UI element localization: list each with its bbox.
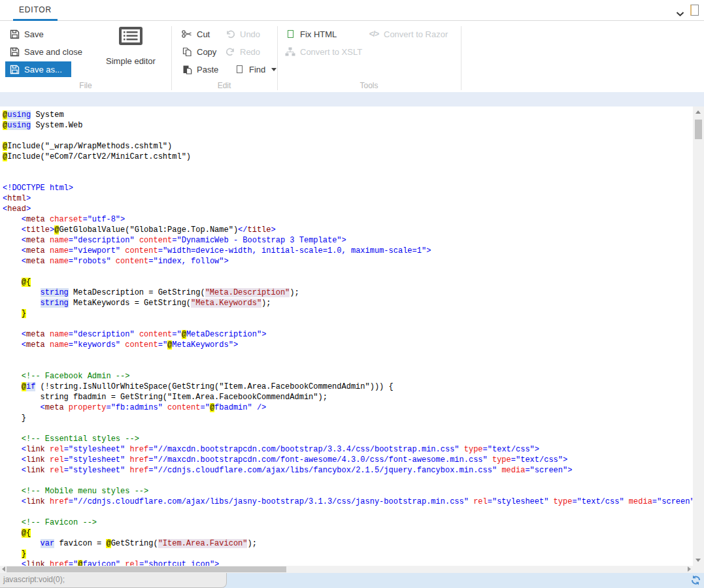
code-line: string MetaDescription = GetString("Meta… [3,287,693,298]
cut-label: Cut [197,29,210,39]
find-button[interactable]: Find [230,61,280,77]
copy-button[interactable]: Copy [178,44,220,59]
convert-to-xslt-label: Convert to XSLT [300,47,362,57]
code-line: <meta name="robots" content="index, foll… [3,256,693,267]
floppy-icon [9,29,20,39]
redo-icon [225,47,235,56]
floppy-icon [9,47,20,57]
tab-editor[interactable]: EDITOR [13,0,58,21]
vertical-scrollbar[interactable] [693,106,704,566]
code-line: <link href="//cdnjs.cloudflare.com/ajax/… [3,497,693,507]
paste-icon [182,65,192,74]
code-line: <meta property="fb:admins" content="@fba… [3,402,693,413]
code-line: <meta name="viewport" content="width=dev… [3,246,693,256]
convert-to-razor-label: Convert to Razor [384,29,448,39]
code-line: <meta name="keywords" content="@MetaKeyw… [3,340,693,350]
scroll-up-arrow[interactable] [696,110,701,114]
code-line: @{ [3,277,693,287]
group-label-file: File [0,81,171,90]
code-line [3,162,693,172]
copy-label: Copy [197,47,216,57]
status-hint: javascript:void(0); [0,573,227,588]
copy-icon [182,47,192,57]
code-line [3,131,693,141]
code-line: var favicon = @GetString("Item.Area.Favi… [3,538,693,549]
tab-bar: EDITOR [0,0,704,21]
undo-label: Undo [240,29,260,39]
code-editor-area[interactable]: @using System@using System.Web@Include("… [0,106,693,566]
code-line: <!DOCTYPE html> [3,183,693,193]
code-line: <!-- Favicon --> [3,517,693,528]
code-line [3,423,693,434]
save-as-label: Save as... [24,65,62,74]
code-line: @Include("eCom7/CartV2/MiniCart.cshtml") [3,152,693,162]
code-line: <!-- Facebook Admin --> [3,371,693,382]
scrollbar-corner [693,566,704,573]
fix-html-label: Fix HTML [300,29,337,39]
code-line: <title>@GetGlobalValue("Global:Page.Top.… [3,225,693,235]
code-line [3,476,693,486]
scroll-left-arrow[interactable] [2,566,5,572]
undo-icon [225,29,235,39]
scroll-right-arrow[interactable] [688,566,691,572]
code-line: @if (!string.IsNullOrWhiteSpace(GetStrin… [3,382,693,392]
redo-label: Redo [240,47,260,57]
save-and-close-label: Save and close [24,47,82,57]
code-brackets-icon: </> [369,29,379,39]
code-line: <meta name="description" content="Dynami… [3,235,693,246]
convert-to-razor-button: </> Convert to Razor [365,26,452,42]
floppy-icon [9,65,20,74]
paste-button[interactable]: Paste [178,61,222,77]
code-line: @using System.Web [3,120,693,131]
redo-button: Redo [221,44,264,59]
code-line: <meta charset="utf-8"> [3,214,693,225]
code-line [3,361,693,371]
save-and-close-button[interactable]: Save and close [5,44,86,59]
chevron-down-icon[interactable] [676,8,684,20]
horizontal-scrollbar-thumb[interactable] [7,566,286,572]
convert-to-xslt-button: Convert to XSLT [281,44,366,59]
group-label-edit: Edit [171,81,277,90]
ribbon-toolbar: Save Save and close Save as... Simple ed… [0,21,704,92]
fix-html-button[interactable]: Fix HTML [281,26,341,42]
sitemap-icon [285,47,295,56]
dropdown-caret-icon [271,68,277,71]
code-line: string fbadmin = GetString("Item.Area.Fa… [3,392,693,402]
scissors-icon [182,29,192,39]
code-line: @using System [3,110,693,120]
find-label: Find [249,65,265,74]
code-line: <!-- Mobile menu styles --> [3,486,693,497]
code-line: <head> [3,204,693,214]
simple-editor-label: Simple editor [106,56,156,66]
code-line: } [3,549,693,559]
cut-button[interactable]: Cut [178,26,214,42]
code-content[interactable]: @using System@using System.Web@Include("… [0,106,693,566]
vertical-scrollbar-thumb[interactable] [695,120,702,139]
refresh-icon[interactable] [690,575,701,588]
simple-editor-button[interactable]: Simple editor [98,26,163,85]
code-line: @{ [3,528,693,538]
code-line: <link rel="stylesheet" href="//maxcdn.bo… [3,444,693,455]
ribbon-code-divider [0,92,704,106]
horizontal-scrollbar[interactable] [0,566,693,573]
editor-window: EDITOR Save Save and close Save as... [0,0,704,588]
code-line: } [3,413,693,423]
window-icon[interactable] [690,5,699,16]
code-line: <link rel="stylesheet" href="//cdnjs.clo… [3,465,693,476]
status-bar: javascript:void(0); [0,573,704,588]
save-label: Save [24,29,44,39]
scroll-down-arrow[interactable] [696,559,701,562]
code-line: <meta name="description" content="@MetaD… [3,329,693,340]
group-label-tools: Tools [277,81,461,90]
code-line: <link href="@favicon" rel="shortcut icon… [3,559,693,566]
fix-html-icon [285,30,295,38]
undo-button: Undo [221,26,264,42]
code-line: <link rel="stylesheet" href="//maxcdn.bo… [3,455,693,465]
save-button[interactable]: Save [5,26,48,42]
code-line [3,172,693,183]
code-line: string MetaKeywords = GetString("Meta.Ke… [3,298,693,308]
save-as-button[interactable]: Save as... [5,61,71,77]
code-line: <!-- Essential styles --> [3,434,693,444]
list-icon [118,26,143,48]
code-line: @Include("_wrap/WrapMethods.cshtml") [3,141,693,152]
